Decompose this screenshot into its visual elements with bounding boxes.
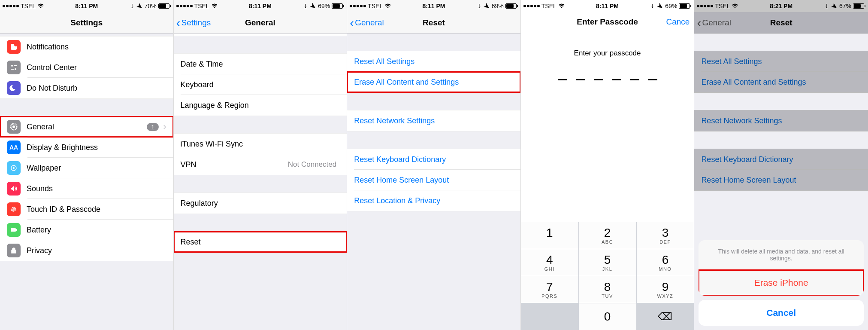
row-display[interactable]: AA Display & Brightness	[0, 137, 173, 158]
chevron-left-icon: ‹	[350, 16, 354, 29]
row-label: Date & Time	[181, 60, 340, 69]
row-label: Reset Keyboard Dictionary	[354, 155, 514, 164]
signal-strength-icon	[3, 5, 19, 7]
svg-rect-3	[14, 65, 17, 66]
status-bar: TSEL 8:11 PM ⤓ ➤ 69%	[521, 0, 694, 12]
row-reset-network: Reset Network Settings	[694, 110, 868, 131]
row-label: Erase All Content and Settings	[701, 78, 861, 87]
key-2[interactable]: 2ABC	[579, 222, 636, 249]
row-touchid[interactable]: Touch ID & Passcode	[0, 199, 173, 220]
key-4[interactable]: 4GHI	[521, 249, 578, 276]
general-icon	[7, 120, 21, 134]
row-keyboard[interactable]: Keyboard	[174, 74, 347, 95]
battery-icon	[158, 3, 171, 9]
row-reset-all-settings[interactable]: Reset All Settings	[347, 51, 520, 72]
back-button: ‹General	[697, 16, 731, 29]
wifi-icon	[732, 3, 738, 9]
key-7[interactable]: 7PQRS	[521, 276, 578, 303]
row-wallpaper[interactable]: Wallpaper	[0, 158, 173, 178]
battery-icon	[679, 3, 691, 9]
cancel-button[interactable]: Cancel	[699, 300, 864, 326]
carrier-label: TSEL	[715, 3, 730, 9]
row-label: Reset	[181, 238, 340, 247]
rotation-lock-icon: ⤓	[824, 3, 829, 9]
location-icon: ➤	[655, 0, 665, 12]
carrier-label: TSEL	[21, 3, 36, 9]
row-erase-all: Erase All Content and Settings	[694, 72, 868, 92]
location-icon: ➤	[481, 0, 492, 12]
row-label: Control Center	[27, 63, 166, 72]
chevron-left-icon: ‹	[176, 16, 181, 29]
row-label: Language & Region	[181, 101, 340, 110]
row-regulatory[interactable]: Regulatory	[174, 193, 347, 214]
row-itunes-sync[interactable]: iTunes Wi-Fi Sync	[174, 134, 347, 154]
row-language[interactable]: Language & Region	[174, 95, 347, 116]
row-label: Notifications	[27, 43, 166, 52]
privacy-icon	[7, 244, 21, 257]
rotation-lock-icon: ⤓	[303, 3, 308, 9]
sounds-icon	[7, 182, 21, 196]
row-label: Reset Network Settings	[354, 116, 514, 125]
carrier-label: TSEL	[194, 3, 209, 9]
location-icon: ➤	[829, 0, 840, 12]
rotation-lock-icon: ⤓	[650, 3, 655, 9]
key-0[interactable]: 0	[579, 303, 636, 330]
row-privacy[interactable]: Privacy	[0, 240, 173, 261]
status-time: 8:11 PM	[249, 3, 272, 9]
status-time: 8:21 PM	[770, 3, 792, 9]
key-8[interactable]: 8TUV	[579, 276, 636, 303]
battery-percent: 69%	[492, 3, 504, 9]
signal-strength-icon	[350, 5, 366, 7]
back-button[interactable]: ‹General	[350, 16, 384, 29]
row-label: Reset Network Settings	[701, 116, 861, 125]
page-title: Enter Passcode	[577, 17, 638, 27]
page-title: Settings	[70, 18, 103, 28]
row-label: Do Not Disturb	[27, 84, 166, 93]
row-reset-network[interactable]: Reset Network Settings	[347, 110, 520, 131]
erase-iphone-button[interactable]: Erase iPhone	[699, 270, 864, 296]
key-5[interactable]: 5JKL	[579, 249, 636, 276]
key-1[interactable]: 1	[521, 222, 578, 249]
row-label: Keyboard	[181, 80, 340, 89]
key-blank	[521, 303, 578, 330]
control-center-icon	[7, 61, 21, 74]
key-9[interactable]: 9WXYZ	[637, 276, 694, 303]
row-general[interactable]: General 1 ›	[0, 116, 173, 137]
nav-bar: Settings	[0, 12, 173, 34]
row-label: Reset All Settings	[354, 57, 514, 66]
key-6[interactable]: 6MNO	[637, 249, 694, 276]
screen-general: TSEL 8:11 PM ⤓ ➤ 69% ‹Settings General D…	[174, 0, 348, 330]
status-bar: TSEL 8:11 PM ⤓ ➤ 70%	[0, 0, 173, 12]
row-reset-keyboard[interactable]: Reset Keyboard Dictionary	[347, 149, 520, 170]
key-3[interactable]: 3DEF	[637, 222, 694, 249]
key-delete[interactable]: ⌫	[637, 303, 694, 330]
back-label: General	[355, 18, 384, 28]
row-erase-all[interactable]: Erase All Content and Settings	[347, 72, 520, 92]
row-label: iTunes Wi-Fi Sync	[181, 140, 340, 149]
row-battery[interactable]: Battery	[0, 220, 173, 240]
row-notifications[interactable]: Notifications	[0, 37, 173, 57]
row-dnd[interactable]: Do Not Disturb	[0, 78, 173, 98]
row-reset-location[interactable]: Reset Location & Privacy	[347, 190, 520, 211]
cancel-button[interactable]: Cance	[666, 17, 690, 27]
row-vpn[interactable]: VPN Not Connected	[174, 154, 347, 175]
svg-point-7	[12, 125, 15, 128]
back-label: General	[702, 18, 731, 28]
wifi-icon	[558, 3, 565, 9]
row-label: Reset Keyboard Dictionary	[701, 155, 861, 164]
nav-bar: ‹Settings General	[174, 12, 347, 34]
battery-icon	[505, 3, 518, 9]
row-sounds[interactable]: Sounds	[0, 178, 173, 199]
signal-strength-icon	[523, 5, 540, 7]
dnd-icon	[7, 81, 21, 95]
status-bar: TSEL 8:21 PM ⤓ ➤ 67%	[694, 0, 868, 12]
nav-bar: ‹General Reset	[694, 12, 868, 34]
status-bar: TSEL 8:11 PM ⤓ ➤ 69%	[174, 0, 347, 12]
back-button[interactable]: ‹Settings	[176, 16, 211, 29]
row-reset-home[interactable]: Reset Home Screen Layout	[347, 170, 520, 190]
row-reset[interactable]: Reset	[174, 232, 347, 252]
delete-icon: ⌫	[658, 311, 672, 323]
page-title: Reset	[423, 18, 445, 28]
row-datetime[interactable]: Date & Time	[174, 54, 347, 74]
row-control-center[interactable]: Control Center	[0, 57, 173, 78]
